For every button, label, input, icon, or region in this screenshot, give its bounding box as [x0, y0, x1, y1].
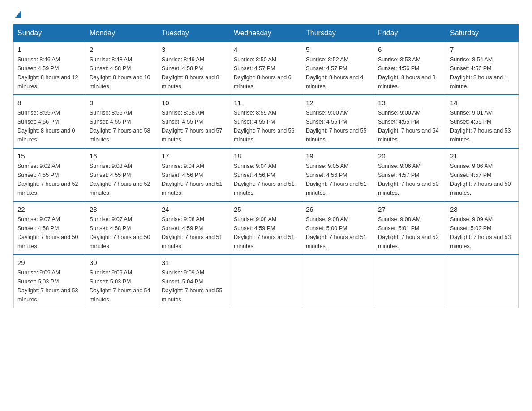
- sunset-text: Sunset: 4:55 PM: [378, 119, 419, 125]
- day-info: Sunrise: 9:01 AM Sunset: 4:55 PM Dayligh…: [450, 108, 515, 144]
- day-info: Sunrise: 8:54 AM Sunset: 4:56 PM Dayligh…: [450, 55, 515, 91]
- day-info: Sunrise: 9:08 AM Sunset: 5:00 PM Dayligh…: [306, 215, 370, 251]
- day-number: 14: [450, 99, 515, 107]
- day-number: 6: [378, 46, 442, 53]
- calendar-cell: 2 Sunrise: 8:48 AM Sunset: 4:58 PM Dayli…: [86, 42, 158, 95]
- sunset-text: Sunset: 4:55 PM: [234, 119, 275, 125]
- day-info: Sunrise: 9:05 AM Sunset: 4:56 PM Dayligh…: [306, 162, 370, 197]
- daylight-text: Daylight: 7 hours and 53 minutes.: [450, 128, 511, 143]
- day-info: Sunrise: 9:04 AM Sunset: 4:56 PM Dayligh…: [162, 162, 226, 197]
- day-info: Sunrise: 8:46 AM Sunset: 4:59 PM Dayligh…: [17, 55, 82, 91]
- sunrise-text: Sunrise: 8:55 AM: [17, 110, 60, 116]
- sunset-text: Sunset: 4:56 PM: [17, 119, 59, 125]
- sunset-text: Sunset: 4:59 PM: [17, 65, 59, 72]
- sunrise-text: Sunrise: 9:00 AM: [378, 110, 420, 116]
- sunrise-text: Sunrise: 8:49 AM: [162, 56, 204, 63]
- calendar-cell: 22 Sunrise: 9:07 AM Sunset: 4:58 PM Dayl…: [14, 201, 86, 255]
- sunrise-text: Sunrise: 9:09 AM: [17, 270, 60, 276]
- day-number: 3: [162, 46, 226, 53]
- calendar-cell: 13 Sunrise: 9:00 AM Sunset: 4:55 PM Dayl…: [374, 95, 446, 148]
- daylight-text: Daylight: 8 hours and 12 minutes.: [17, 74, 78, 90]
- calendar-week-5: 29 Sunrise: 9:09 AM Sunset: 5:03 PM Dayl…: [14, 255, 519, 308]
- sunset-text: Sunset: 5:03 PM: [17, 278, 59, 285]
- day-number: 24: [162, 206, 226, 213]
- calendar-cell: 4 Sunrise: 8:50 AM Sunset: 4:57 PM Dayli…: [230, 42, 302, 95]
- calendar-cell: 5 Sunrise: 8:52 AM Sunset: 4:57 PM Dayli…: [302, 42, 374, 95]
- calendar-cell: 9 Sunrise: 8:56 AM Sunset: 4:55 PM Dayli…: [86, 95, 158, 148]
- calendar-cell: 30 Sunrise: 9:09 AM Sunset: 5:03 PM Dayl…: [86, 255, 158, 308]
- day-info: Sunrise: 9:09 AM Sunset: 5:02 PM Dayligh…: [450, 215, 515, 251]
- day-info: Sunrise: 9:09 AM Sunset: 5:03 PM Dayligh…: [90, 268, 154, 304]
- calendar-cell: 12 Sunrise: 9:00 AM Sunset: 4:55 PM Dayl…: [302, 95, 374, 148]
- sunrise-text: Sunrise: 9:09 AM: [90, 270, 132, 276]
- day-info: Sunrise: 9:00 AM Sunset: 4:55 PM Dayligh…: [378, 108, 442, 144]
- logo: [13, 9, 21, 15]
- sunset-text: Sunset: 5:03 PM: [90, 278, 131, 285]
- calendar-header-row: SundayMondayTuesdayWednesdayThursdayFrid…: [14, 25, 519, 42]
- day-info: Sunrise: 8:55 AM Sunset: 4:56 PM Dayligh…: [17, 108, 82, 144]
- day-info: Sunrise: 9:07 AM Sunset: 4:58 PM Dayligh…: [17, 215, 82, 251]
- daylight-text: Daylight: 8 hours and 0 minutes.: [17, 128, 75, 143]
- sunrise-text: Sunrise: 9:06 AM: [450, 163, 493, 169]
- calendar-cell: 3 Sunrise: 8:49 AM Sunset: 4:58 PM Dayli…: [158, 42, 230, 95]
- calendar-cell: 11 Sunrise: 8:59 AM Sunset: 4:55 PM Dayl…: [230, 95, 302, 148]
- day-number: 28: [450, 206, 515, 213]
- sunset-text: Sunset: 4:57 PM: [306, 65, 347, 72]
- day-number: 11: [234, 99, 298, 107]
- sunrise-text: Sunrise: 9:09 AM: [450, 216, 493, 223]
- daylight-text: Daylight: 7 hours and 55 minutes.: [162, 287, 223, 303]
- sunrise-text: Sunrise: 9:06 AM: [378, 163, 420, 169]
- header-wednesday: Wednesday: [230, 25, 302, 42]
- calendar-cell: 21 Sunrise: 9:06 AM Sunset: 4:57 PM Dayl…: [446, 148, 519, 201]
- sunset-text: Sunset: 4:56 PM: [162, 172, 203, 178]
- sunrise-text: Sunrise: 9:07 AM: [90, 216, 132, 223]
- day-number: 23: [90, 206, 154, 213]
- header-tuesday: Tuesday: [158, 25, 230, 42]
- day-number: 15: [17, 152, 82, 160]
- day-number: 25: [234, 206, 298, 213]
- sunrise-text: Sunrise: 9:08 AM: [162, 216, 204, 223]
- logo-arrow-icon: [15, 10, 21, 18]
- sunrise-text: Sunrise: 8:58 AM: [162, 110, 204, 116]
- sunset-text: Sunset: 4:59 PM: [162, 225, 203, 231]
- day-number: 26: [306, 206, 370, 213]
- sunset-text: Sunset: 5:01 PM: [378, 225, 419, 231]
- sunrise-text: Sunrise: 9:03 AM: [90, 163, 132, 169]
- day-number: 29: [17, 259, 82, 266]
- day-info: Sunrise: 9:04 AM Sunset: 4:56 PM Dayligh…: [234, 162, 298, 197]
- day-number: 19: [306, 152, 370, 160]
- daylight-text: Daylight: 7 hours and 51 minutes.: [234, 234, 295, 249]
- calendar-cell: 8 Sunrise: 8:55 AM Sunset: 4:56 PM Dayli…: [14, 95, 86, 148]
- sunrise-text: Sunrise: 8:53 AM: [378, 56, 420, 63]
- daylight-text: Daylight: 7 hours and 53 minutes.: [17, 287, 78, 303]
- sunrise-text: Sunrise: 8:48 AM: [90, 56, 132, 63]
- calendar-week-1: 1 Sunrise: 8:46 AM Sunset: 4:59 PM Dayli…: [14, 42, 519, 95]
- day-info: Sunrise: 9:08 AM Sunset: 4:59 PM Dayligh…: [162, 215, 226, 251]
- sunrise-text: Sunrise: 9:04 AM: [234, 163, 276, 169]
- sunset-text: Sunset: 4:58 PM: [162, 65, 203, 72]
- sunset-text: Sunset: 4:55 PM: [162, 119, 203, 125]
- calendar-week-2: 8 Sunrise: 8:55 AM Sunset: 4:56 PM Dayli…: [14, 95, 519, 148]
- day-info: Sunrise: 9:06 AM Sunset: 4:57 PM Dayligh…: [378, 162, 442, 197]
- daylight-text: Daylight: 7 hours and 54 minutes.: [378, 128, 439, 143]
- calendar-cell: 28 Sunrise: 9:09 AM Sunset: 5:02 PM Dayl…: [446, 201, 519, 255]
- day-info: Sunrise: 9:00 AM Sunset: 4:55 PM Dayligh…: [306, 108, 370, 144]
- header-friday: Friday: [374, 25, 446, 42]
- day-info: Sunrise: 9:09 AM Sunset: 5:04 PM Dayligh…: [162, 268, 226, 304]
- daylight-text: Daylight: 7 hours and 50 minutes.: [450, 181, 511, 196]
- calendar-cell: 31 Sunrise: 9:09 AM Sunset: 5:04 PM Dayl…: [158, 255, 230, 308]
- calendar-cell: 23 Sunrise: 9:07 AM Sunset: 4:58 PM Dayl…: [86, 201, 158, 255]
- header-saturday: Saturday: [446, 25, 519, 42]
- calendar-cell: [230, 255, 302, 308]
- calendar-cell: 20 Sunrise: 9:06 AM Sunset: 4:57 PM Dayl…: [374, 148, 446, 201]
- sunset-text: Sunset: 5:02 PM: [450, 225, 491, 231]
- day-info: Sunrise: 8:50 AM Sunset: 4:57 PM Dayligh…: [234, 55, 298, 91]
- day-info: Sunrise: 9:03 AM Sunset: 4:55 PM Dayligh…: [90, 162, 154, 197]
- sunset-text: Sunset: 4:56 PM: [378, 65, 419, 72]
- daylight-text: Daylight: 7 hours and 51 minutes.: [306, 234, 367, 249]
- header-thursday: Thursday: [302, 25, 374, 42]
- daylight-text: Daylight: 7 hours and 51 minutes.: [162, 181, 223, 196]
- daylight-text: Daylight: 7 hours and 56 minutes.: [234, 128, 295, 143]
- sunset-text: Sunset: 4:58 PM: [90, 225, 131, 231]
- day-number: 1: [17, 46, 82, 53]
